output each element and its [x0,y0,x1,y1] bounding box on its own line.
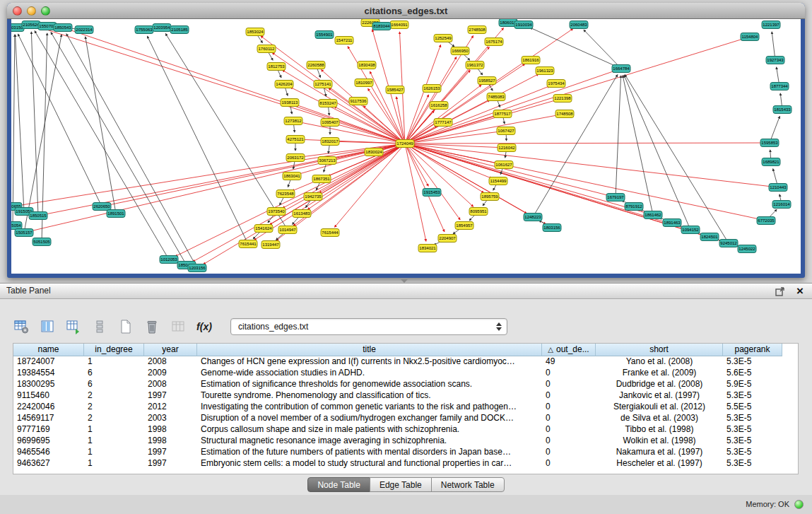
graph-node[interactable]: 8791912 [625,203,643,211]
graph-node[interactable]: 1891463 [663,219,681,227]
graph-node[interactable]: 6772035 [757,217,775,225]
column-header-short[interactable]: short [596,344,723,356]
graph-node[interactable]: 1927343 [766,57,784,64]
graph-node[interactable]: 1824501 [700,233,719,241]
float-panel-icon[interactable] [775,286,785,296]
graph-node[interactable]: 9245012 [719,240,738,247]
graph-node[interactable]: 7623548 [276,190,295,198]
graph-node[interactable]: 1252549 [434,35,452,42]
graph-node[interactable]: 1319447 [261,241,280,249]
table-row[interactable]: 1872400712008Changes of HCN gene express… [13,356,798,368]
graph-node[interactable]: 1221397 [762,21,780,29]
graph-node[interactable]: 1854957 [455,222,473,230]
table-row[interactable]: 969969511998Structural magnetic resonanc… [13,436,798,447]
table-row[interactable]: 1938455462009Genome-wide association stu… [13,368,798,379]
row-height-button[interactable] [90,317,110,337]
network-canvas[interactable]: 1724049185302417601121812753142620419381… [11,19,801,274]
graph-node[interactable]: 1210443 [769,184,787,192]
graph-node[interactable]: 8153247 [319,100,337,107]
graph-node[interactable]: 1724049 [396,140,414,148]
graph-node[interactable]: 2748508 [468,26,486,34]
graph-node[interactable]: 1815433 [773,106,792,114]
column-header-pagerank[interactable]: pagerank [723,344,782,356]
graph-node[interactable]: 7615444 [321,229,339,237]
graph-node[interactable]: 1689821 [762,158,780,166]
graph-node[interactable]: 1595853 [760,139,779,147]
graph-node[interactable]: 1760112 [257,45,276,53]
graph-node[interactable]: 1154804 [741,33,759,41]
graph-node[interactable]: 1877344 [770,83,789,90]
graph-node[interactable]: 4275121 [286,136,305,144]
function-builder-button[interactable]: f(x) [194,317,214,337]
graph-node[interactable]: 1910034 [514,21,533,29]
graph-node[interactable]: 1942735 [304,193,322,201]
table-row[interactable]: 977716911998Corpus callosum shape and si… [13,424,798,436]
graph-node[interactable]: 8095951 [469,208,488,216]
table-row[interactable]: 1830029562008Estimation of significance … [13,379,798,390]
graph-node[interactable]: 1861916 [522,57,540,64]
column-header-title[interactable]: title [197,344,542,356]
graph-node[interactable]: 1867351 [312,175,331,183]
graph-node[interactable]: 1061627 [495,161,513,169]
graph-node[interactable]: 1014947 [278,226,297,234]
graph-node[interactable]: 2105185 [170,26,189,34]
graph-node[interactable]: 7485083 [487,93,505,101]
table-row[interactable]: 911546021997Tourette syndrome. Phenomeno… [13,390,798,402]
graph-node[interactable]: 2015054 [11,222,22,230]
graph-node[interactable]: 2204907 [438,235,457,243]
graph-node[interactable]: 1891501 [107,210,125,218]
tab-node-table[interactable]: Node Table [307,477,370,492]
graph-node[interactable]: 5051505 [33,238,51,246]
graph-node[interactable]: 1958527 [478,77,496,85]
graph-node[interactable]: 1830024 [365,148,383,156]
graph-node[interactable]: 1273812 [284,117,302,125]
graph-node[interactable]: 1810997 [355,79,373,87]
graph-node[interactable]: 1961323 [536,67,554,75]
close-panel-icon[interactable]: × [796,284,804,299]
graph-node[interactable]: 1154499 [489,177,507,185]
graph-node[interactable]: 1094152 [681,226,700,234]
graph-node[interactable]: 2260588 [307,62,325,69]
graph-node[interactable]: 1861462 [644,211,662,219]
graph-node[interactable]: 1616258 [430,102,448,110]
new-table-button[interactable] [116,317,136,337]
graph-node[interactable]: 1248223 [524,214,542,221]
graph-node[interactable]: 1585427 [386,86,404,94]
graph-node[interactable]: 1803156 [543,224,561,232]
graph-node[interactable]: 1850543 [54,24,72,32]
graph-node[interactable]: 1216014 [772,201,791,209]
graph-node[interactable]: 1221398 [553,95,572,103]
tab-edge-table[interactable]: Edge Table [370,477,432,492]
graph-node[interactable]: 1216042 [498,144,516,152]
graph-node[interactable]: 1973540 [267,208,286,216]
tab-network-table[interactable]: Network Table [431,477,505,492]
table-row[interactable]: 946554611997Estimation of the future num… [13,447,798,458]
graph-node[interactable]: 1505157 [15,229,33,237]
graph-node[interactable]: 1853024 [246,28,264,36]
graph-node[interactable]: 1664784 [612,65,630,73]
select-columns-button[interactable] [37,317,57,337]
column-header-year[interactable]: year [144,344,197,356]
graph-node[interactable]: 1975434 [547,80,565,88]
graph-node[interactable]: 1666950 [451,47,469,55]
table-row[interactable]: 946362711997Embryonic stem cells: a mode… [13,458,798,469]
graph-node[interactable]: 1203954 [153,24,171,32]
table-row[interactable]: 1456911722003Disruption of a novel membe… [13,413,798,424]
graph-node[interactable]: 1095407 [321,119,339,127]
graph-node[interactable]: 1812753 [267,63,286,71]
column-header-in_degree[interactable]: in_degree [84,344,144,356]
graph-node[interactable]: 1777147 [434,119,452,127]
graph-node[interactable]: 1755063 [135,26,153,34]
graph-node[interactable]: 1664091 [390,21,408,29]
graph-node[interactable]: 2620650 [93,203,111,211]
graph-node[interactable]: 1426204 [275,81,293,88]
graph-node[interactable]: 1679197 [606,194,625,201]
graph-node[interactable]: 1675174 [485,38,503,46]
graph-node[interactable]: 1547211 [335,37,353,45]
graph-node[interactable]: 1012053 [160,256,178,264]
graph-node[interactable]: 2022314 [75,26,93,34]
graph-node[interactable]: 1834021 [418,245,437,252]
map-table-button[interactable] [168,317,188,337]
delete-table-button[interactable] [142,317,162,337]
table-settings-button[interactable] [11,317,31,337]
